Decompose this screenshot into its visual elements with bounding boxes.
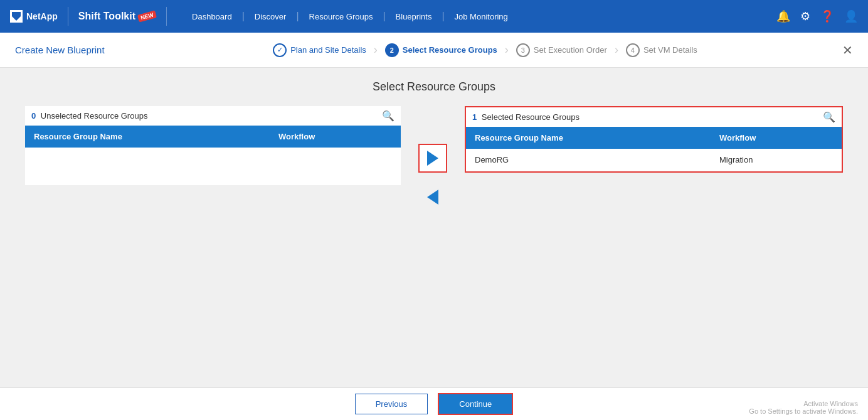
nav-right-icons: 🔔 ⚙ ❓ 👤 — [776, 9, 858, 23]
selected-panel: 1 Selected Resource Groups 🔍 Resource Gr… — [465, 106, 843, 173]
activate-windows-title: Activate Windows — [749, 400, 858, 407]
step-3-label: Set Execution Order — [534, 45, 607, 55]
page-title: Select Resource Groups — [25, 80, 843, 94]
nav-links: Dashboard | Discover | Resource Groups |… — [184, 8, 776, 25]
selected-col-wf: Workflow — [711, 127, 842, 149]
unselected-label-text: Unselected Resource Groups — [41, 111, 148, 121]
unselected-search-icon[interactable]: 🔍 — [382, 110, 394, 122]
wizard-header: Create New Blueprint ✓ Plan and Site Det… — [0, 33, 868, 68]
step-circle-3: 3 — [516, 43, 530, 57]
previous-button[interactable]: Previous — [355, 394, 428, 414]
main-content: Select Resource Groups 0 Unselected Reso… — [0, 68, 868, 387]
help-icon[interactable]: ❓ — [820, 9, 834, 23]
wizard-step-4: 4 Set VM Details — [626, 43, 697, 57]
nav-brand-divider — [68, 7, 68, 26]
wizard-step-1: ✓ Plan and Site Details — [273, 43, 366, 57]
nav-job-monitoring[interactable]: Job Monitoring — [447, 8, 516, 25]
left-arrow-icon — [427, 190, 438, 205]
unselected-panel: 0 Unselected Resource Groups 🔍 Resource … — [25, 106, 401, 185]
netapp-logo-text: NetApp — [26, 11, 58, 21]
selected-search-icon[interactable]: 🔍 — [823, 111, 835, 123]
unselected-panel-header: 0 Unselected Resource Groups 🔍 — [25, 106, 401, 126]
nav-divider-2 — [166, 7, 167, 26]
arrows-col — [411, 106, 455, 212]
row-workflow: Migration — [711, 149, 842, 171]
beta-badge: NEW — [137, 10, 157, 22]
move-right-button[interactable] — [418, 144, 447, 173]
selected-count-label: 1 Selected Resource Groups — [472, 112, 580, 122]
wizard-steps: ✓ Plan and Site Details › 2 Select Resou… — [143, 43, 827, 57]
gear-icon[interactable]: ⚙ — [800, 9, 810, 23]
selected-panel-header: 1 Selected Resource Groups 🔍 — [466, 107, 842, 127]
nav-brand: NetApp Shift Toolkit NEW — [10, 7, 172, 26]
step-4-label: Set VM Details — [643, 45, 697, 55]
netapp-icon — [10, 10, 23, 23]
move-left-button[interactable] — [418, 183, 447, 212]
step-2-label: Select Resource Groups — [403, 45, 497, 55]
selected-col-rg: Resource Group Name — [466, 127, 711, 149]
right-arrow-icon — [427, 151, 438, 166]
tables-container: 0 Unselected Resource Groups 🔍 Resource … — [25, 106, 843, 212]
step-circle-1: ✓ — [273, 43, 287, 57]
bell-icon[interactable]: 🔔 — [776, 9, 790, 23]
unselected-table-body — [25, 148, 401, 185]
row-rg-name: DemoRG — [466, 149, 711, 171]
shift-toolkit-label: Shift Toolkit NEW — [78, 11, 156, 22]
continue-button[interactable]: Continue — [438, 393, 513, 415]
wizard-title: Create New Blueprint — [15, 45, 128, 55]
netapp-logo: NetApp — [10, 10, 58, 23]
nav-discover[interactable]: Discover — [247, 8, 294, 25]
unselected-col-wf: Workflow — [270, 126, 401, 148]
selected-table-cols: Resource Group Name Workflow — [466, 127, 842, 149]
table-row[interactable]: DemoRG Migration — [466, 149, 842, 171]
wizard-step-2: 2 Select Resource Groups — [385, 43, 497, 57]
step-circle-4: 4 — [626, 43, 640, 57]
unselected-table-cols: Resource Group Name Workflow — [25, 126, 401, 148]
unselected-col-rg: Resource Group Name — [25, 126, 270, 148]
step-1-label: Plan and Site Details — [290, 45, 366, 55]
selected-count-num: 1 — [472, 112, 477, 122]
unselected-count-num: 0 — [31, 111, 36, 121]
top-nav: NetApp Shift Toolkit NEW Dashboard | Dis… — [0, 0, 868, 33]
selected-table-body: DemoRG Migration — [466, 149, 842, 171]
nav-blueprints[interactable]: Blueprints — [388, 8, 440, 25]
nav-resource-groups[interactable]: Resource Groups — [302, 8, 381, 25]
close-button[interactable]: ✕ — [842, 43, 853, 58]
selected-label-text: Selected Resource Groups — [482, 112, 580, 122]
unselected-count-label: 0 Unselected Resource Groups — [31, 111, 147, 121]
activate-windows-note: Activate Windows Go to Settings to activ… — [749, 400, 858, 415]
footer: Previous Continue Activate Windows Go to… — [0, 387, 868, 420]
nav-dashboard[interactable]: Dashboard — [184, 8, 240, 25]
user-icon[interactable]: 👤 — [844, 9, 858, 23]
activate-windows-sub: Go to Settings to activate Windows. — [749, 407, 858, 415]
step-circle-2: 2 — [385, 43, 399, 57]
wizard-step-3: 3 Set Execution Order — [516, 43, 607, 57]
